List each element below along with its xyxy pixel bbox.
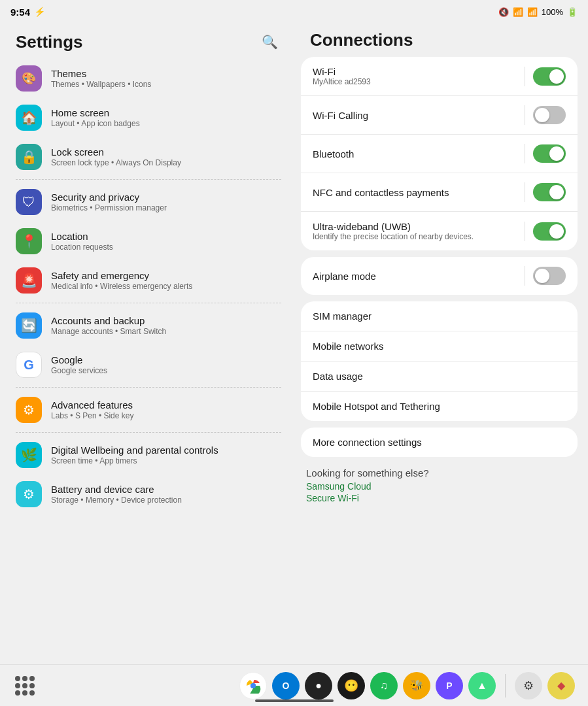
airplane-item[interactable]: Airplane mode xyxy=(301,257,578,295)
diamond-icon: ◆ xyxy=(557,679,565,692)
nfc-right xyxy=(525,182,566,202)
bolt-icon: ⚡ xyxy=(34,7,45,17)
settings-title: Settings xyxy=(16,32,83,52)
uwb-toggle[interactable] xyxy=(533,222,566,241)
wifi-calling-toggle[interactable] xyxy=(533,106,566,124)
home-indicator xyxy=(255,699,334,702)
uwb-title: Ultra-wideband (UWB) xyxy=(313,221,525,232)
accounts-title: Accounts and backup xyxy=(51,315,281,326)
security-sub: Biometrics • Permission manager xyxy=(51,203,281,212)
bluetooth-item[interactable]: Bluetooth xyxy=(301,134,578,173)
nfc-title: NFC and contactless payments xyxy=(313,187,525,198)
mobile-networks-text: Mobile networks xyxy=(313,341,566,352)
wifi-toggle[interactable] xyxy=(533,67,566,86)
secure-wifi-link[interactable]: Secure Wi-Fi xyxy=(306,493,572,503)
uwb-sub: Identify the precise location of nearby … xyxy=(313,232,525,241)
sidebar-item-security[interactable]: 🛡 Security and privacy Biometrics • Perm… xyxy=(0,182,294,222)
battery-text-block: Battery and device care Storage • Memory… xyxy=(51,484,281,505)
data-usage-item[interactable]: Data usage xyxy=(301,361,578,391)
digital-sub: Screen time • App timers xyxy=(51,456,281,465)
airplane-toggle[interactable] xyxy=(533,267,566,285)
mobile-networks-item[interactable]: Mobile networks xyxy=(301,331,578,361)
connections-title: Connections xyxy=(301,24,578,57)
sidebar-item-lock[interactable]: 🔒 Lock screen Screen lock type • Always … xyxy=(0,137,294,176)
nfc-toggle[interactable] xyxy=(533,183,566,201)
wifi-item[interactable]: Wi-Fi MyAltice ad2593 xyxy=(301,57,578,95)
connections-card-2: Airplane mode xyxy=(301,257,578,295)
bluetooth-title: Bluetooth xyxy=(313,148,525,160)
outlook-app-icon[interactable]: O xyxy=(272,672,300,699)
wifi-sub: MyAltice ad2593 xyxy=(313,77,525,86)
chrome-app-icon[interactable] xyxy=(239,672,267,699)
sidebar-item-battery[interactable]: ⚙ Battery and device care Storage • Memo… xyxy=(0,475,294,514)
sidebar-item-location[interactable]: 📍 Location Location requests xyxy=(0,222,294,261)
special-app-icon[interactable]: ◆ xyxy=(547,672,575,699)
gear-icon: ⚙ xyxy=(523,679,534,693)
lock-icon: 🔒 xyxy=(16,144,42,170)
google-title: Google xyxy=(51,354,281,365)
wifi-calling-divider xyxy=(525,105,525,125)
google-text: Google Google services xyxy=(51,354,281,375)
connections-card-4: More connection settings xyxy=(301,428,578,457)
android2-icon: ▲ xyxy=(477,680,487,692)
uwb-right xyxy=(525,222,566,241)
proton-app-icon[interactable]: P xyxy=(436,672,463,699)
airplane-text: Airplane mode xyxy=(313,271,525,282)
home-sub: Layout • App icon badges xyxy=(51,119,281,128)
looking-section: Looking for something else? Samsung Clou… xyxy=(301,463,578,503)
proton-icon: P xyxy=(446,681,452,691)
sidebar-item-google[interactable]: G Google Google services xyxy=(0,345,294,384)
battery-text: 100% xyxy=(542,7,563,17)
left-header: Settings 🔍 xyxy=(0,24,294,59)
apps-grid-icon xyxy=(15,676,35,696)
more-conn-item[interactable]: More connection settings xyxy=(301,428,578,457)
apps-grid-button[interactable] xyxy=(13,674,37,698)
sidebar-item-accounts[interactable]: 🔄 Accounts and backup Manage accounts • … xyxy=(0,306,294,345)
uwb-divider xyxy=(525,222,525,241)
nfc-item[interactable]: NFC and contactless payments xyxy=(301,173,578,211)
android-app-icon[interactable]: ● xyxy=(305,672,332,699)
search-button[interactable]: 🔍 xyxy=(258,30,281,54)
android2-app-icon[interactable]: ▲ xyxy=(468,672,496,699)
hotspot-item[interactable]: Mobile Hotspot and Tethering xyxy=(301,391,578,421)
wifi-calling-item[interactable]: Wi-Fi Calling xyxy=(301,95,578,134)
safety-icon: 🚨 xyxy=(16,267,42,294)
more-conn-title: More connection settings xyxy=(313,437,566,448)
sim-title: SIM manager xyxy=(313,311,566,322)
wifi-text: Wi-Fi MyAltice ad2593 xyxy=(313,66,525,86)
face-app-icon[interactable]: 😶 xyxy=(337,672,365,699)
accounts-sub: Manage accounts • Smart Switch xyxy=(51,327,281,336)
uwb-item[interactable]: Ultra-wideband (UWB) Identify the precis… xyxy=(301,211,578,250)
samsung-cloud-link[interactable]: Samsung Cloud xyxy=(306,481,572,492)
wifi-calling-right xyxy=(525,105,566,125)
sidebar-item-home[interactable]: 🏠 Home screen Layout • App icon badges xyxy=(0,98,294,137)
sim-item[interactable]: SIM manager xyxy=(301,301,578,331)
safety-text: Safety and emergency Medical info • Wire… xyxy=(51,270,281,291)
sidebar-item-digital[interactable]: 🌿 Digital Wellbeing and parental control… xyxy=(0,435,294,475)
accounts-icon: 🔄 xyxy=(16,312,42,339)
safety-title: Safety and emergency xyxy=(51,270,281,281)
data-usage-title: Data usage xyxy=(313,371,566,382)
airplane-right xyxy=(525,266,566,286)
wifi-divider xyxy=(525,67,525,86)
status-bar: 9:54 ⚡ 🔇 📶 📶 100% 🔋 xyxy=(0,0,588,24)
sidebar-item-advanced[interactable]: ⚙ Advanced features Labs • S Pen • Side … xyxy=(0,390,294,429)
lock-text: Lock screen Screen lock type • Always On… xyxy=(51,146,281,167)
safety-sub: Medical info • Wireless emergency alerts xyxy=(51,282,281,291)
bluetooth-right xyxy=(525,144,566,163)
nfc-text: NFC and contactless payments xyxy=(313,187,525,198)
sidebar-item-themes[interactable]: 🎨 Themes Themes • Wallpapers • Icons xyxy=(0,59,294,98)
battery-title: Battery and device care xyxy=(51,484,281,495)
spotify-app-icon[interactable]: ♫ xyxy=(370,672,398,699)
location-icon: 📍 xyxy=(16,228,42,254)
settings-gear-icon[interactable]: ⚙ xyxy=(515,672,542,699)
divider-1 xyxy=(16,179,281,180)
bluetooth-toggle[interactable] xyxy=(533,144,566,163)
bumble-app-icon[interactable]: 🐝 xyxy=(403,672,430,699)
bumble-icon: 🐝 xyxy=(410,679,423,692)
spotify-icon: ♫ xyxy=(380,680,388,692)
sidebar-item-safety[interactable]: 🚨 Safety and emergency Medical info • Wi… xyxy=(0,261,294,300)
digital-text: Digital Wellbeing and parental controls … xyxy=(51,445,281,465)
digital-icon: 🌿 xyxy=(16,442,42,468)
home-icon: 🏠 xyxy=(16,105,42,131)
